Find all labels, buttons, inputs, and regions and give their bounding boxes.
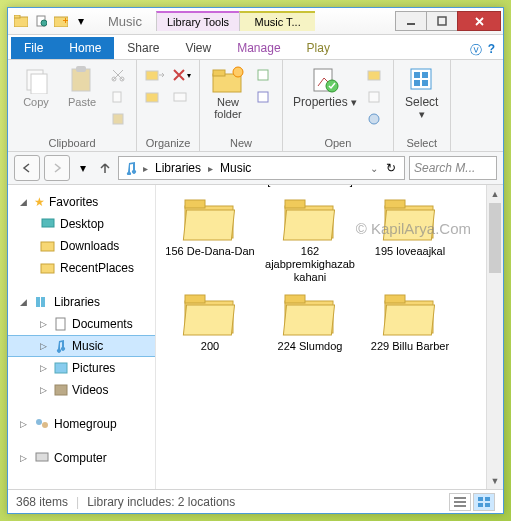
quick-access-toolbar: ▾ [8, 12, 94, 30]
delete-icon[interactable]: ▾ [171, 66, 191, 84]
select-button[interactable]: Select▾ [402, 64, 442, 122]
locations-label[interactable]: Library includes: 2 locations [87, 495, 235, 509]
icons-view-icon[interactable] [473, 493, 495, 511]
paste-button[interactable]: Paste [62, 64, 102, 110]
items-view[interactable]: 150 Atithi-Tum-Kab-Jaoge 150 Designer Fo… [156, 185, 503, 489]
tree-homegroup[interactable]: ▷Homegroup [8, 413, 155, 435]
new-folder-button[interactable]: New folder [208, 64, 248, 122]
tree-desktop[interactable]: Desktop [8, 213, 155, 235]
refresh-icon[interactable]: ↻ [382, 161, 400, 175]
tree-music[interactable]: ▷Music [8, 335, 155, 357]
tree-computer[interactable]: ▷Computer [8, 447, 155, 469]
nav-bar: ▾ ▸ Libraries ▸ Music ⌄ ↻ Search M... [8, 152, 503, 185]
properties-qat-icon[interactable] [32, 12, 50, 30]
minimize-button[interactable] [395, 11, 427, 31]
copy-button[interactable]: Copy [16, 64, 56, 110]
svg-point-3 [41, 20, 47, 26]
folder-item[interactable]: 195 loveaajkal [364, 193, 456, 284]
group-open: Properties ▾ Open [283, 60, 394, 151]
scroll-down-icon[interactable]: ▼ [487, 472, 503, 489]
svg-rect-68 [485, 497, 490, 501]
folder-item[interactable]: 156 De-Dana-Dan [164, 193, 256, 284]
svg-rect-59 [285, 295, 305, 303]
scroll-up-icon[interactable]: ▲ [487, 185, 503, 202]
easy-access-icon[interactable] [254, 88, 274, 106]
tree-videos[interactable]: ▷Videos [8, 379, 155, 401]
moveto-icon[interactable] [145, 66, 165, 84]
forward-button[interactable] [44, 155, 70, 181]
folder-item[interactable]: 154 Paa [364, 185, 456, 189]
svg-rect-35 [42, 219, 54, 227]
paste-shortcut-icon[interactable] [108, 110, 128, 128]
svg-rect-7 [407, 23, 415, 25]
maximize-button[interactable] [426, 11, 458, 31]
up-button[interactable] [96, 155, 114, 181]
qat-dropdown-icon[interactable]: ▾ [72, 12, 90, 30]
folder-item[interactable]: 229 Billu Barber [364, 288, 456, 353]
recent-locations-button[interactable]: ▾ [74, 155, 92, 181]
vertical-scrollbar[interactable]: ▲ ▼ [486, 185, 503, 489]
documents-icon [54, 317, 68, 331]
open-icon[interactable] [365, 66, 385, 84]
tree-documents[interactable]: ▷Documents [8, 313, 155, 335]
chevron-right-icon[interactable]: ▸ [208, 163, 213, 174]
tab-home[interactable]: Home [56, 37, 114, 59]
tab-share[interactable]: Share [114, 37, 172, 59]
rename-icon[interactable] [171, 88, 191, 106]
folder-item[interactable]: 150 Atithi-Tum-Kab-Jaoge [164, 185, 256, 189]
history-icon[interactable] [365, 110, 385, 128]
help-icon[interactable]: ? [488, 42, 495, 59]
copyto-icon[interactable] [145, 88, 165, 106]
tree-pictures[interactable]: ▷Pictures [8, 357, 155, 379]
folder-item[interactable]: 224 Slumdog [264, 288, 356, 353]
ribbon-collapse-icon[interactable]: ⓥ [470, 42, 482, 59]
tab-play[interactable]: Play [294, 37, 343, 59]
back-button[interactable] [14, 155, 40, 181]
nav-tree: ◢★Favorites Desktop Downloads RecentPlac… [8, 185, 156, 489]
window-title: Music [94, 14, 156, 29]
breadcrumb-music[interactable]: Music [217, 161, 254, 175]
chevron-right-icon[interactable]: ▸ [143, 163, 148, 174]
copy-path-icon[interactable] [108, 88, 128, 106]
tree-libraries[interactable]: ◢Libraries [8, 291, 155, 313]
breadcrumb-libraries[interactable]: Libraries [152, 161, 204, 175]
svg-rect-10 [31, 74, 47, 94]
newfolder-qat-icon[interactable] [52, 12, 70, 30]
svg-rect-48 [183, 210, 234, 240]
address-dropdown-icon[interactable]: ⌄ [370, 163, 378, 174]
svg-rect-63 [383, 305, 434, 335]
tree-downloads[interactable]: Downloads [8, 235, 155, 257]
folder-item[interactable]: 162 ajabpremkighazabkahani [264, 193, 356, 284]
svg-rect-17 [146, 71, 158, 80]
svg-rect-69 [478, 503, 483, 507]
address-bar[interactable]: ▸ Libraries ▸ Music ⌄ ↻ [118, 156, 405, 180]
cut-icon[interactable] [108, 66, 128, 84]
close-button[interactable] [457, 11, 501, 31]
search-input[interactable]: Search M... [409, 156, 497, 180]
svg-rect-62 [385, 295, 405, 303]
edit-icon[interactable] [365, 88, 385, 106]
svg-rect-15 [113, 92, 121, 102]
contextual-tab-library[interactable]: Library Tools [156, 11, 239, 31]
new-item-icon[interactable] [254, 66, 274, 84]
ribbon-home: Copy Paste Clipboard [8, 60, 503, 152]
details-view-icon[interactable] [449, 493, 471, 511]
folder-item[interactable]: 200 [164, 288, 256, 353]
contextual-tab-music[interactable]: Music T... [239, 11, 315, 31]
tab-view[interactable]: View [172, 37, 224, 59]
svg-rect-45 [36, 453, 48, 461]
tab-manage[interactable]: Manage [224, 37, 293, 59]
svg-rect-19 [174, 93, 186, 101]
explorer-window: ▾ Music Library Tools Music T... File Ho… [7, 7, 504, 514]
folder-item[interactable]: 150 Designer Fonts [mastmaza.co.cc] [264, 185, 356, 189]
properties-button[interactable]: Properties ▾ [291, 64, 359, 110]
scroll-thumb[interactable] [489, 203, 501, 273]
svg-rect-16 [113, 114, 123, 124]
tab-file[interactable]: File [11, 37, 56, 59]
tree-recent[interactable]: RecentPlaces [8, 257, 155, 279]
folder-icon[interactable] [12, 12, 30, 30]
svg-rect-36 [41, 242, 54, 251]
svg-rect-24 [258, 92, 268, 102]
tree-favorites[interactable]: ◢★Favorites [8, 191, 155, 213]
svg-point-44 [42, 422, 48, 428]
